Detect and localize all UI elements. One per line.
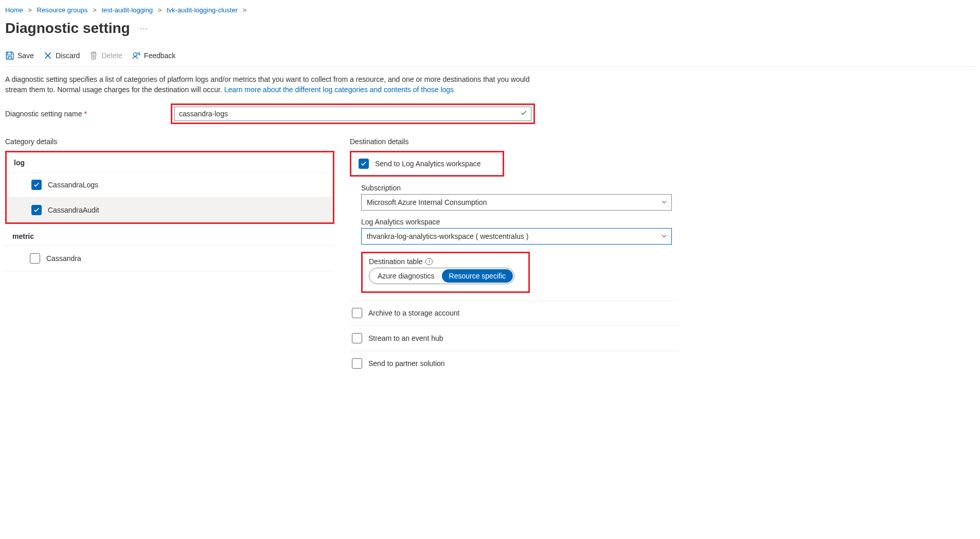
send-law-highlight: Send to Log Analytics workspace bbox=[350, 151, 504, 177]
discard-button[interactable]: Discard bbox=[43, 51, 80, 60]
metric-group-title: metric bbox=[5, 227, 334, 246]
checkbox-eventhub[interactable] bbox=[352, 333, 362, 343]
dest-table-label: Destination table bbox=[369, 257, 422, 266]
log-item-label: CassandraLogs bbox=[48, 181, 98, 189]
feedback-label: Feedback bbox=[144, 51, 175, 60]
check-icon bbox=[520, 109, 527, 118]
setting-name-input[interactable] bbox=[174, 107, 531, 121]
subscription-label: Subscription bbox=[361, 184, 679, 192]
breadcrumb-home[interactable]: Home bbox=[5, 6, 23, 14]
dest-table-label-row: Destination table i bbox=[369, 257, 522, 266]
metric-item-label: Cassandra bbox=[46, 254, 81, 263]
checkbox-cassandralogs[interactable] bbox=[31, 180, 42, 190]
delete-label: Delete bbox=[101, 51, 122, 60]
law-label: Log Analytics workspace bbox=[361, 218, 679, 226]
subscription-value: Microsoft Azure Internal Consumption bbox=[367, 198, 487, 206]
setting-name-label-text: Diagnostic setting name bbox=[5, 110, 82, 118]
log-item-cassandraaudit[interactable]: CassandraAudit bbox=[7, 198, 333, 222]
chevron-right-icon: > bbox=[243, 6, 247, 14]
svg-point-0 bbox=[133, 53, 137, 56]
checkbox-archive[interactable] bbox=[352, 308, 362, 318]
log-item-cassandralogs[interactable]: CassandraLogs bbox=[7, 172, 333, 197]
breadcrumb-cluster-name[interactable]: tvk-audit-logging-cluster bbox=[167, 6, 238, 14]
save-icon bbox=[5, 51, 14, 60]
metric-section: metric Cassandra bbox=[5, 227, 334, 271]
archive-label: Archive to a storage account bbox=[368, 309, 459, 317]
setting-name-label: Diagnostic setting name* bbox=[5, 110, 171, 118]
checkbox-cassandraaudit[interactable] bbox=[31, 205, 42, 215]
main-columns: Category details log CassandraLogs Cassa… bbox=[5, 137, 975, 376]
partner-row[interactable]: Send to partner solution bbox=[350, 351, 679, 376]
toolbar: Save Discard Delete Feedback bbox=[5, 51, 975, 67]
discard-label: Discard bbox=[56, 51, 80, 60]
save-label: Save bbox=[17, 51, 34, 60]
log-item-label: CassandraAudit bbox=[48, 206, 99, 214]
chevron-right-icon: > bbox=[158, 6, 162, 14]
metric-item-cassandra[interactable]: Cassandra bbox=[5, 246, 334, 271]
trash-icon bbox=[89, 51, 98, 60]
feedback-icon bbox=[132, 51, 141, 60]
breadcrumb-rg-name[interactable]: test-audit-logging bbox=[101, 6, 153, 14]
send-law-label: Send to Log Analytics workspace bbox=[375, 160, 480, 168]
category-heading: Category details bbox=[5, 137, 334, 146]
dest-table-toggle: Azure diagnostics Resource specific bbox=[369, 268, 514, 284]
checkbox-send-law[interactable] bbox=[359, 159, 369, 169]
checkbox-partner[interactable] bbox=[352, 358, 362, 369]
delete-button: Delete bbox=[89, 51, 122, 60]
chevron-right-icon: > bbox=[28, 6, 32, 14]
close-icon bbox=[43, 51, 52, 60]
name-field-highlight bbox=[171, 103, 535, 124]
destination-column: Destination details Send to Log Analytic… bbox=[350, 137, 679, 376]
page-title-row: Diagnostic setting ··· bbox=[5, 20, 975, 37]
chevron-down-icon bbox=[661, 198, 667, 206]
more-options-button[interactable]: ··· bbox=[140, 24, 148, 32]
law-sub-block: Subscription Microsoft Azure Internal Co… bbox=[350, 184, 679, 293]
breadcrumb: Home > Resource groups > test-audit-logg… bbox=[5, 4, 975, 18]
subscription-dropdown[interactable]: Microsoft Azure Internal Consumption bbox=[361, 194, 672, 211]
category-column: Category details log CassandraLogs Cassa… bbox=[5, 137, 334, 376]
intro-text: A diagnostic setting specifies a list of… bbox=[5, 74, 545, 95]
chevron-right-icon: > bbox=[93, 6, 97, 14]
law-dropdown[interactable]: thvankra-log-analytics-workspace ( westc… bbox=[361, 228, 672, 245]
required-asterisk: * bbox=[84, 110, 86, 118]
eventhub-label: Stream to an event hub bbox=[368, 334, 443, 342]
destination-heading: Destination details bbox=[350, 137, 679, 146]
page-title: Diagnostic setting bbox=[5, 20, 130, 37]
learn-more-link[interactable]: Learn more about the different log categ… bbox=[224, 85, 454, 94]
breadcrumb-resource-groups[interactable]: Resource groups bbox=[37, 6, 88, 14]
pill-resource-specific[interactable]: Resource specific bbox=[442, 269, 513, 283]
dest-table-highlight: Destination table i Azure diagnostics Re… bbox=[361, 252, 530, 293]
checkbox-cassandra-metric[interactable] bbox=[30, 253, 40, 264]
name-input-wrap bbox=[174, 107, 531, 121]
send-law-row[interactable]: Send to Log Analytics workspace bbox=[351, 153, 503, 174]
archive-row[interactable]: Archive to a storage account bbox=[350, 301, 679, 326]
info-icon[interactable]: i bbox=[425, 258, 433, 265]
setting-name-row: Diagnostic setting name* bbox=[5, 103, 975, 124]
log-section-highlight: log CassandraLogs CassandraAudit bbox=[5, 151, 334, 224]
chevron-down-icon bbox=[661, 232, 667, 240]
log-group-title: log bbox=[7, 152, 333, 172]
feedback-button[interactable]: Feedback bbox=[132, 51, 175, 60]
eventhub-row[interactable]: Stream to an event hub bbox=[350, 326, 679, 351]
save-button[interactable]: Save bbox=[5, 51, 34, 60]
partner-label: Send to partner solution bbox=[368, 359, 445, 368]
pill-azure-diagnostics[interactable]: Azure diagnostics bbox=[370, 269, 442, 283]
law-value: thvankra-log-analytics-workspace ( westc… bbox=[367, 232, 528, 240]
